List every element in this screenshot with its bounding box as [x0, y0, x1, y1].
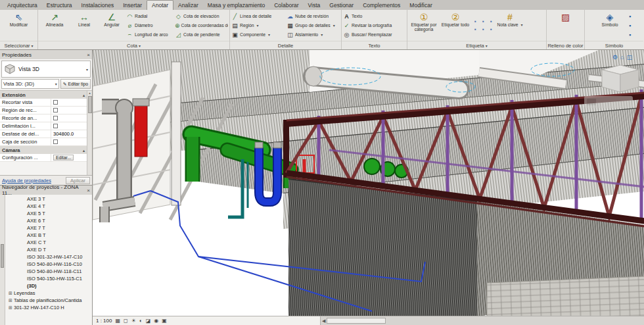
- text-button[interactable]: ATexto: [343, 12, 405, 20]
- ribbon-tab[interactable]: Insertar: [118, 1, 147, 10]
- checkbox[interactable]: [53, 100, 58, 105]
- arc-length-button[interactable]: ⌢Longitud de arco: [126, 30, 173, 39]
- visual-style-icon[interactable]: ▣: [162, 318, 167, 324]
- spot-coordinate-button[interactable]: ⊕Cota de coordenadas de punto: [175, 21, 228, 30]
- hide-isolate-icon[interactable]: ◪: [146, 318, 151, 324]
- crop-visibility-icon[interactable]: ▦: [115, 318, 120, 324]
- tree-item[interactable]: AXE 6 T: [5, 217, 92, 224]
- close-icon[interactable]: ×: [87, 188, 90, 193]
- color-fill-button[interactable]: ▨: [551, 11, 581, 41]
- ribbon-tab[interactable]: Colaborar: [269, 1, 303, 10]
- tag-all-button[interactable]: ② Etiquetar todo: [440, 11, 471, 41]
- tree-item[interactable]: ISO 301-32-HW-147-C10: [5, 253, 92, 261]
- symbol-button[interactable]: ◈ Símbolo: [595, 11, 625, 41]
- tag-by-category-button[interactable]: ① Etiquetar por categoría: [409, 11, 439, 41]
- ribbon-tab[interactable]: Anotar: [147, 0, 173, 10]
- scroll-left-icon[interactable]: ◀: [322, 318, 325, 324]
- ribbon-tab[interactable]: Arquitectura: [3, 1, 42, 10]
- navigation-wheel-icon[interactable]: ⚙: [612, 54, 618, 61]
- tree-item[interactable]: AXE 4 T: [5, 203, 92, 210]
- ribbon-tab[interactable]: Masa y emplazamiento: [203, 1, 269, 10]
- symbol-tool-button[interactable]: ▪: [626, 12, 633, 20]
- panel-label-relleno[interactable]: Relleno de color: [547, 41, 584, 49]
- ribbon-tab[interactable]: Gestionar: [325, 1, 358, 10]
- horizontal-scrollbar[interactable]: ◀: [320, 316, 644, 325]
- browser-scrollbar[interactable]: [0, 195, 5, 325]
- scale-control[interactable]: 1 : 100: [96, 318, 112, 324]
- ribbon-tab[interactable]: Modificar: [405, 1, 436, 10]
- ribbon-tab[interactable]: Instalaciones: [77, 1, 119, 10]
- tree-item[interactable]: ⊞Leyendas: [5, 289, 92, 297]
- tag-tool-icon[interactable]: ▪: [480, 18, 487, 25]
- tree-item[interactable]: AXE 7 T: [5, 224, 92, 232]
- tree-item[interactable]: ⊞Tablas de planificación/Cantida: [5, 297, 92, 304]
- ribbon-tab[interactable]: Vista: [304, 1, 325, 10]
- close-icon[interactable]: ×: [87, 52, 90, 58]
- properties-help-link[interactable]: Ayuda de propiedades: [2, 178, 51, 184]
- panel-label-seleccionar[interactable]: Seleccionar▾: [0, 41, 37, 49]
- scrollbar-thumb[interactable]: [327, 318, 386, 324]
- tree-item[interactable]: ISO 540-80-HW-118-C11: [5, 268, 92, 275]
- scroll-up-icon[interactable]: ▴: [89, 91, 91, 95]
- checkbox[interactable]: [53, 124, 58, 128]
- aligned-dimension-button[interactable]: ↗ Alineada: [39, 11, 70, 41]
- symbol-tool-button[interactable]: ▪: [626, 21, 633, 30]
- region-button[interactable]: ▤Región▾: [231, 21, 285, 30]
- tree-item[interactable]: (3D): [5, 282, 92, 289]
- section-header-camera[interactable]: Cámara▴: [0, 146, 87, 154]
- revision-cloud-button[interactable]: ☁Nube de revisión: [287, 12, 340, 20]
- shadows-icon[interactable]: ◐: [139, 318, 143, 324]
- tag-tool-icon[interactable]: ▪: [488, 26, 495, 33]
- ribbon-tab[interactable]: Complementos: [358, 1, 405, 10]
- tree-item[interactable]: AXE C T: [5, 239, 92, 246]
- scrollbar-thumb[interactable]: [1, 244, 4, 268]
- panel-label-etiqueta[interactable]: Etiqueta▾: [407, 41, 546, 49]
- scrollbar-thumb[interactable]: [88, 96, 92, 113]
- tree-item[interactable]: ⊞301-32 HW-147-C10 H: [5, 304, 92, 311]
- view-cube[interactable]: [602, 65, 639, 92]
- expand-icon[interactable]: ⊞: [7, 298, 14, 303]
- sun-path-icon[interactable]: ☀: [131, 318, 136, 324]
- tag-tool-icon[interactable]: ▪: [472, 18, 479, 25]
- component-button[interactable]: ▣Componente▾: [231, 30, 285, 39]
- spelling-button[interactable]: ✓Revisar la ortografía: [343, 21, 405, 30]
- ribbon-tab[interactable]: Analizar: [173, 1, 203, 10]
- insulation-button[interactable]: ◫Aislamiento▾: [287, 30, 340, 39]
- tree-item[interactable]: AXE 3 T: [5, 195, 92, 203]
- drawing-area[interactable]: ⚙ ⌂ ◫ 1 : 100 ▦ ◻ ☀ ◐ ◪ ◉ ▣ ◀: [93, 50, 644, 325]
- instance-selector[interactable]: Vista 3D: (3D)▾: [1, 79, 59, 89]
- panel-label-detalle[interactable]: Detalle: [230, 41, 341, 49]
- detail-line-button[interactable]: ╱Línea de detalle: [231, 12, 285, 20]
- panel-label-simbolo[interactable]: Símbolo: [585, 41, 643, 49]
- reveal-hidden-icon[interactable]: ◉: [154, 318, 158, 324]
- tag-tool-icon[interactable]: ▪: [472, 26, 479, 33]
- property-value[interactable]: 304800.0: [51, 130, 87, 138]
- expand-icon[interactable]: ⊞: [7, 291, 14, 296]
- tree-item[interactable]: AXE B T: [5, 232, 92, 239]
- spot-slope-button[interactable]: ◿Cota de pendiente: [175, 30, 228, 39]
- tag-tool-icon[interactable]: ▪: [488, 18, 495, 25]
- section-header-extension[interactable]: Extensión▴: [0, 91, 87, 99]
- options-icon[interactable]: ◫: [626, 54, 632, 61]
- modify-button[interactable]: ⇖ Modificar: [4, 11, 34, 41]
- expand-icon[interactable]: ⊞: [7, 305, 14, 311]
- find-replace-button[interactable]: ◎Buscar/ Reemplazar: [343, 30, 405, 39]
- tree-item[interactable]: AXE D T: [5, 246, 92, 253]
- edit-type-button[interactable]: ✎Editar tipo: [60, 79, 91, 89]
- keynote-button[interactable]: # Nota clave ▾: [496, 11, 524, 41]
- tree-item[interactable]: AXE 5 T: [5, 210, 92, 217]
- tree-item[interactable]: ISO 540-150-HW-115-C1: [5, 275, 92, 282]
- checkbox[interactable]: [53, 139, 58, 144]
- home-icon[interactable]: ⌂: [620, 54, 624, 61]
- detail-group-button[interactable]: ▦Grupo de detalles▾: [287, 21, 340, 30]
- checkbox[interactable]: [53, 116, 58, 120]
- type-selector[interactable]: Vista 3D ▾: [1, 61, 91, 78]
- linear-dimension-button[interactable]: ↔ Lineal: [71, 11, 97, 41]
- diameter-dimension-button[interactable]: ⌀Diámetro: [126, 21, 173, 30]
- spot-elevation-button[interactable]: ◇Cota de elevación: [175, 12, 228, 20]
- tag-tool-icon[interactable]: ▪: [480, 26, 487, 33]
- angular-dimension-button[interactable]: ∠ Angular: [99, 11, 125, 41]
- checkbox[interactable]: [53, 108, 58, 113]
- symbol-tool-button[interactable]: ▪: [626, 30, 633, 39]
- apply-button[interactable]: Aplicar: [66, 177, 90, 184]
